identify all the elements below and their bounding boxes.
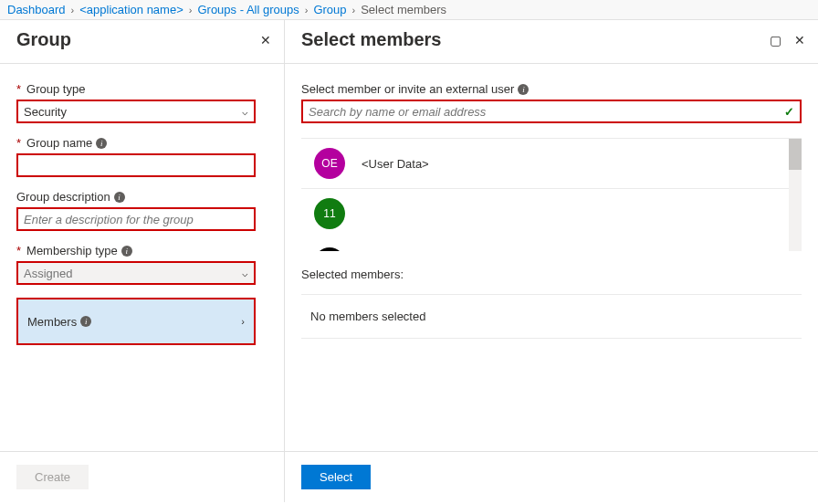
- breadcrumb-current: Select members: [361, 3, 446, 16]
- maximize-icon[interactable]: ▢: [770, 33, 781, 47]
- breadcrumb-app[interactable]: <application name>: [79, 3, 183, 16]
- selected-members-heading: Selected members:: [301, 268, 802, 281]
- membership-type-label: Membership type: [26, 244, 118, 257]
- group-name-input-wrap: [16, 153, 256, 177]
- breadcrumb: Dashboard › <application name> › Groups …: [0, 0, 818, 20]
- group-description-label: Group description: [16, 190, 110, 204]
- chevron-down-icon: ⌵: [242, 268, 248, 279]
- check-icon: ✓: [784, 105, 794, 119]
- required-asterisk: *: [16, 82, 21, 96]
- group-name-input[interactable]: [24, 159, 248, 173]
- close-icon[interactable]: ✕: [794, 33, 805, 47]
- member-search-input[interactable]: [309, 105, 784, 119]
- create-button[interactable]: Create: [16, 465, 89, 489]
- membership-type-select[interactable]: Assigned ⌵: [16, 261, 256, 285]
- required-asterisk: *: [16, 136, 21, 150]
- group-type-label: Group type: [26, 82, 85, 96]
- select-button[interactable]: Select: [301, 465, 371, 489]
- scrollbar[interactable]: [789, 139, 802, 251]
- info-icon: i: [80, 316, 91, 327]
- member-row[interactable]: OE <User Data>: [301, 139, 802, 189]
- member-search-wrap: ✓: [301, 100, 802, 123]
- group-description-input-wrap: [16, 207, 256, 231]
- member-list: OE <User Data> 11: [301, 138, 802, 251]
- group-description-input[interactable]: [24, 213, 248, 226]
- breadcrumb-groups[interactable]: Groups - All groups: [197, 3, 299, 16]
- avatar: OE: [314, 148, 345, 179]
- chevron-right-icon: ›: [305, 5, 309, 16]
- members-label: Members: [27, 315, 77, 329]
- avatar: 11: [314, 198, 345, 229]
- info-icon[interactable]: i: [114, 192, 125, 203]
- group-blade-title: Group: [16, 29, 71, 50]
- select-members-blade: Select members ▢ ✕ Select member or invi…: [285, 20, 818, 502]
- info-icon[interactable]: i: [96, 138, 107, 149]
- avatar: [314, 247, 345, 251]
- chevron-down-icon: ⌵: [242, 106, 248, 118]
- chevron-right-icon: ›: [71, 5, 75, 16]
- info-icon[interactable]: i: [121, 246, 132, 257]
- chevron-right-icon: ›: [241, 316, 245, 327]
- selected-members-empty: No members selected: [301, 294, 802, 339]
- breadcrumb-dashboard[interactable]: Dashboard: [7, 3, 66, 16]
- scrollbar-thumb[interactable]: [789, 139, 802, 170]
- group-blade: Group ✕ * Group type Security ⌵ * Group …: [0, 20, 285, 502]
- required-asterisk: *: [16, 244, 21, 257]
- member-name: <User Data>: [362, 157, 429, 171]
- chevron-right-icon: ›: [352, 5, 356, 16]
- group-name-label: Group name: [26, 136, 92, 150]
- info-icon[interactable]: i: [518, 84, 529, 95]
- select-members-title: Select members: [301, 29, 441, 50]
- group-type-select[interactable]: Security ⌵: [16, 100, 256, 123]
- close-icon[interactable]: ✕: [260, 33, 271, 47]
- member-row[interactable]: 11: [301, 189, 802, 238]
- breadcrumb-group[interactable]: Group: [313, 3, 346, 16]
- search-label: Select member or invite an external user: [301, 82, 514, 96]
- members-selector[interactable]: Members i ›: [16, 298, 256, 345]
- chevron-right-icon: ›: [189, 5, 193, 16]
